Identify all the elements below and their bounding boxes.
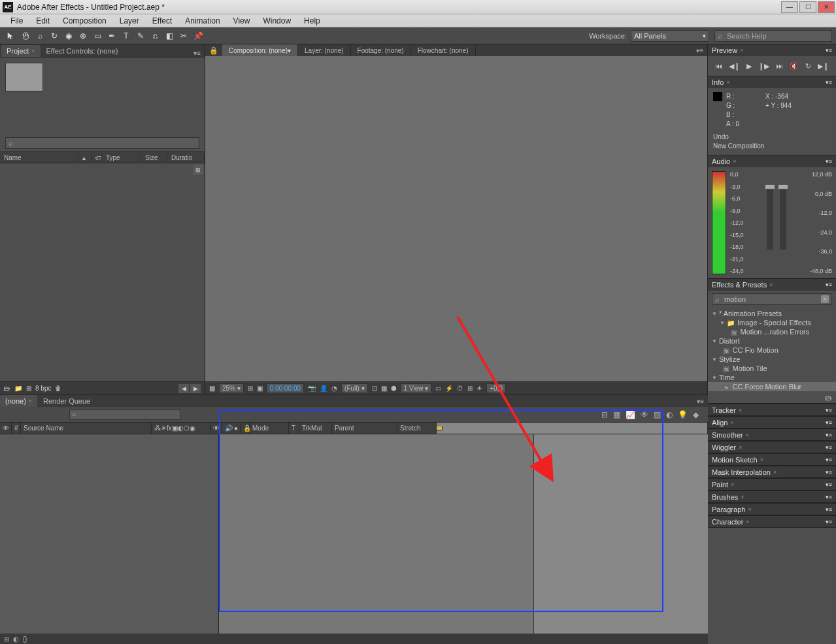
- tl-auto-keyframe-icon[interactable]: ◆: [693, 410, 699, 419]
- tab-layer[interactable]: Layer: (none): [298, 44, 350, 56]
- exposure-value[interactable]: +0,0: [486, 383, 506, 393]
- project-items-area[interactable]: ⊞: [0, 163, 205, 381]
- menu-animation[interactable]: Animation: [178, 16, 226, 25]
- effects-tree-item[interactable]: fxCC Flo Motion: [708, 346, 836, 355]
- snapshot-icon[interactable]: 📷: [308, 385, 316, 392]
- current-time[interactable]: 0:00:00:00: [267, 383, 304, 393]
- ram-preview-icon[interactable]: ▶❙: [818, 62, 829, 71]
- mask-toggle-icon[interactable]: ▣: [257, 385, 263, 392]
- close-button[interactable]: ✕: [818, 1, 835, 13]
- tl-comp-icon[interactable]: ⊟: [601, 410, 608, 419]
- effects-tree-item[interactable]: fxMotion Tile: [708, 364, 836, 373]
- tl-frame-blend-icon[interactable]: ▧: [654, 410, 661, 419]
- panel-header-smoother[interactable]: Smoother×▾≡: [708, 428, 836, 440]
- pixel-aspect-icon[interactable]: ▭: [435, 385, 441, 392]
- audio-slider-left[interactable]: [767, 184, 773, 250]
- resolution-dropdown[interactable]: (Full) ▾: [341, 383, 368, 393]
- search-help-input[interactable]: Search Help: [714, 30, 832, 42]
- toggle-switches-icon[interactable]: ⊞: [4, 636, 9, 643]
- safe-zones-icon[interactable]: ⊞: [248, 385, 253, 392]
- workspace-dropdown[interactable]: All Panels: [631, 30, 709, 42]
- show-channel-icon[interactable]: 👤: [320, 385, 327, 392]
- tl-layer-icon[interactable]: ▦: [613, 410, 620, 419]
- menu-file[interactable]: File: [4, 16, 29, 25]
- last-frame-icon[interactable]: ⏭: [776, 62, 783, 70]
- roi-icon[interactable]: ⊡: [372, 385, 377, 392]
- panel-header-paint[interactable]: Paint×▾≡: [708, 478, 836, 490]
- panel-header-align[interactable]: Align×▾≡: [708, 416, 836, 428]
- panel-header-wiggler[interactable]: Wiggler×▾≡: [708, 441, 836, 453]
- timeline-menu-icon[interactable]: ▾≡: [697, 398, 708, 405]
- zoom-dropdown[interactable]: 25% ▾: [219, 383, 244, 393]
- panel-menu-icon[interactable]: ▾≡: [193, 50, 205, 57]
- menu-help[interactable]: Help: [297, 16, 327, 25]
- new-bin-icon[interactable]: 🗁: [825, 394, 832, 402]
- panel-header-character[interactable]: Character×▾≡: [708, 515, 836, 527]
- tl-graph-icon[interactable]: 📈: [626, 410, 635, 419]
- nav-next-icon[interactable]: ▶: [190, 384, 201, 393]
- preview-panel-header[interactable]: Preview×▾≡: [708, 44, 836, 56]
- viewer-canvas[interactable]: [205, 56, 707, 381]
- selection-tool-icon[interactable]: [4, 29, 18, 42]
- comp-flowchart-icon[interactable]: ⊞: [467, 385, 473, 392]
- effects-tree-item[interactable]: ▼📁Image - Special Effects: [708, 318, 836, 327]
- prev-frame-icon[interactable]: ◀❙: [729, 62, 740, 71]
- rotation-tool-icon[interactable]: ↻: [47, 29, 61, 42]
- panel-header-brushes[interactable]: Brushes×▾≡: [708, 491, 836, 502]
- puppet-tool-icon[interactable]: 📌: [191, 29, 205, 42]
- 3d-icon[interactable]: ⬢: [391, 385, 397, 392]
- grid-toggle-icon[interactable]: ▦: [209, 385, 215, 392]
- menu-layer[interactable]: Layer: [113, 16, 146, 25]
- delete-icon[interactable]: 🗑: [55, 385, 61, 392]
- maximize-button[interactable]: ☐: [799, 1, 816, 13]
- tab-composition[interactable]: Composition: (none) ▾: [222, 44, 298, 56]
- timeline-search[interactable]: [69, 410, 180, 420]
- panel-header-motion-sketch[interactable]: Motion Sketch×▾≡: [708, 453, 836, 465]
- transparency-icon[interactable]: ▦: [381, 385, 387, 392]
- hand-tool-icon[interactable]: [18, 29, 33, 42]
- roto-tool-icon[interactable]: ✂: [176, 29, 191, 42]
- audio-panel-header[interactable]: Audio×▾≡: [708, 155, 836, 167]
- audio-slider-right[interactable]: [780, 184, 786, 250]
- info-panel-header[interactable]: Info×▾≡: [708, 76, 836, 88]
- menu-composition[interactable]: Composition: [56, 16, 113, 25]
- camera-tool-icon[interactable]: ◉: [61, 29, 76, 42]
- new-comp-icon[interactable]: ⊞: [26, 385, 31, 392]
- menu-effect[interactable]: Effect: [146, 16, 178, 25]
- project-tab[interactable]: Project×: [1, 45, 41, 57]
- panel-header-paragraph[interactable]: Paragraph×▾≡: [708, 503, 836, 515]
- pan-behind-tool-icon[interactable]: ⊕: [76, 29, 90, 42]
- menu-view[interactable]: View: [227, 16, 257, 25]
- text-tool-icon[interactable]: T: [119, 29, 133, 42]
- bpc-label[interactable]: 8 bpc: [35, 385, 51, 392]
- effects-tree-item[interactable]: fxCC Force Motion Blur: [708, 382, 836, 391]
- effects-tree-item[interactable]: fxMotion ...ration Errors: [708, 327, 836, 336]
- effects-tree-item[interactable]: ▼Distort: [708, 336, 836, 346]
- effects-tree-item[interactable]: ▼* Animation Presets: [708, 309, 836, 318]
- menu-window[interactable]: Window: [256, 16, 297, 25]
- flowchart-icon[interactable]: ⊞: [193, 165, 203, 175]
- panel-header-mask-interpolation[interactable]: Mask Interpolation×▾≡: [708, 466, 836, 477]
- interpret-icon[interactable]: 🗁: [4, 385, 10, 392]
- timeline-body[interactable]: [0, 434, 708, 634]
- eraser-tool-icon[interactable]: ◧: [162, 29, 176, 42]
- tl-shy-icon[interactable]: 👁: [641, 410, 648, 419]
- toggle-in-out-icon[interactable]: {}: [23, 636, 27, 643]
- project-column-headers[interactable]: Name ▴ 🏷 Type Size Duratio: [0, 152, 205, 163]
- channel-icon[interactable]: ◔: [331, 385, 337, 392]
- view-layout-dropdown[interactable]: 1 View ▾: [401, 383, 432, 393]
- timeline-tab-render-queue[interactable]: Render Queue: [38, 395, 95, 407]
- zoom-tool-icon[interactable]: ⌕: [33, 29, 47, 42]
- tl-brainstorm-icon[interactable]: 💡: [678, 410, 688, 419]
- viewer-lock-icon[interactable]: 🔒: [205, 46, 222, 55]
- project-search-input[interactable]: [5, 137, 199, 149]
- minimize-button[interactable]: —: [781, 1, 798, 13]
- tab-flowchart[interactable]: Flowchart: (none): [411, 44, 476, 56]
- new-folder-icon[interactable]: 📁: [14, 385, 22, 392]
- first-frame-icon[interactable]: ⏮: [715, 62, 722, 70]
- timeline-icon[interactable]: ⏱: [457, 385, 463, 392]
- clone-tool-icon[interactable]: ⎌: [148, 29, 162, 42]
- nav-prev-icon[interactable]: ◀: [178, 384, 189, 393]
- rectangle-tool-icon[interactable]: ▭: [90, 29, 105, 42]
- play-icon[interactable]: ▶: [746, 62, 752, 71]
